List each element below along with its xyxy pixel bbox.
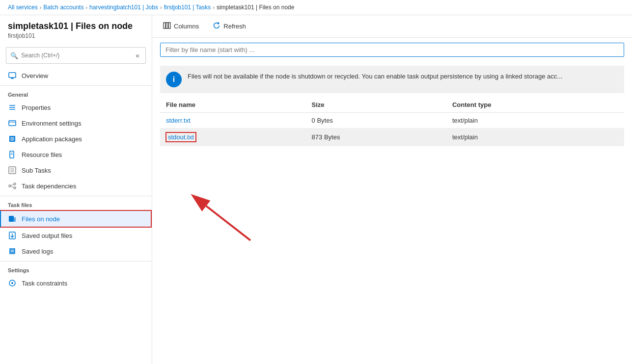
info-icon: i (166, 72, 182, 87)
files-on-node-icon (8, 214, 17, 223)
svg-point-19 (14, 187, 16, 189)
breadcrumb: All services › Batch accounts › harvesti… (0, 0, 632, 15)
sidebar-item-application-packages-label: Application packages (22, 135, 82, 143)
task-dependencies-icon (8, 182, 17, 190)
svg-rect-26 (9, 248, 15, 254)
files-table: File name Size Content type stderr.txt0 … (160, 97, 624, 146)
svg-rect-33 (168, 23, 170, 28)
general-section-label: General (0, 85, 152, 100)
page-subtitle: firstjob101 (8, 32, 144, 39)
svg-rect-22 (9, 216, 14, 222)
filter-input[interactable] (160, 43, 624, 57)
cell-size: 0 Bytes (306, 113, 446, 129)
sidebar-item-saved-logs-label: Saved logs (22, 248, 53, 255)
sidebar-item-environment-settings-label: Environment settings (22, 120, 81, 127)
sidebar-item-saved-logs[interactable]: Saved logs (0, 243, 152, 259)
breadcrumb-batch-accounts[interactable]: Batch accounts (43, 4, 83, 11)
sidebar-item-files-on-node[interactable]: Files on node (0, 210, 152, 228)
sidebar-item-task-dependencies[interactable]: Task dependencies (0, 178, 152, 194)
sidebar-item-properties-label: Properties (22, 104, 51, 111)
sidebar-item-resource-files-label: Resource files (22, 151, 62, 158)
breadcrumb-all-services[interactable]: All services (8, 4, 38, 11)
cell-content-type: text/plain (446, 129, 624, 146)
svg-rect-23 (14, 217, 16, 222)
cell-filename[interactable]: stdout.txt (160, 129, 306, 146)
sidebar-item-sub-tasks-label: Sub Tasks (22, 167, 51, 174)
sidebar-item-task-dependencies-label: Task dependencies (22, 182, 76, 190)
sidebar-item-task-constraints-label: Task constraints (22, 280, 67, 287)
col-content-type: Content type (446, 97, 624, 113)
sidebar-item-overview[interactable]: Overview (0, 68, 152, 83)
cell-filename[interactable]: stderr.txt (160, 113, 306, 129)
files-table-container: File name Size Content type stderr.txt0 … (152, 97, 632, 364)
col-filename: File name (160, 97, 306, 113)
toolbar: Columns Refresh (152, 15, 632, 38)
svg-rect-9 (10, 137, 14, 141)
properties-icon (8, 103, 17, 112)
sidebar: simpletask101 | Files on node firstjob10… (0, 15, 152, 364)
svg-line-20 (11, 184, 14, 185)
info-banner: i Files will not be available if the nod… (160, 66, 624, 93)
refresh-button[interactable]: Refresh (210, 20, 249, 33)
svg-rect-31 (164, 23, 165, 28)
search-icon: 🔍 (10, 52, 18, 59)
page-title: simpletask101 | Files on node (8, 21, 144, 31)
resource-files-icon (8, 150, 17, 159)
sidebar-item-task-constraints[interactable]: Task constraints (0, 275, 152, 291)
columns-icon (163, 22, 171, 31)
settings-section-label: Settings (0, 261, 152, 275)
svg-point-30 (11, 282, 13, 284)
breadcrumb-sep-2: › (85, 4, 87, 10)
svg-rect-4 (9, 107, 15, 108)
filter-bar (152, 38, 632, 62)
cell-size: 873 Bytes (306, 129, 446, 146)
saved-output-files-icon (8, 231, 17, 240)
refresh-icon (213, 22, 220, 31)
saved-logs-icon (8, 247, 17, 256)
sidebar-item-sub-tasks[interactable]: Sub Tasks (0, 162, 152, 178)
filename-link[interactable]: stderr.txt (166, 117, 191, 124)
search-input[interactable] (21, 52, 131, 59)
breadcrumb-current: simpletask101 | Files on node (217, 4, 295, 11)
columns-label: Columns (174, 23, 199, 30)
sidebar-item-application-packages[interactable]: Application packages (0, 131, 152, 147)
cell-content-type: text/plain (446, 113, 624, 129)
breadcrumb-job-tasks[interactable]: firstjob101 | Tasks (164, 4, 211, 11)
filename-link[interactable]: stdout.txt (166, 133, 196, 141)
svg-point-17 (9, 185, 11, 187)
svg-point-18 (14, 183, 16, 185)
highlighted-filename: stdout.txt (166, 132, 196, 142)
info-text: Files will not be available if the node … (188, 72, 562, 81)
sidebar-item-properties[interactable]: Properties (0, 100, 152, 115)
sidebar-item-saved-output-files-label: Saved output files (22, 232, 72, 239)
environment-icon (8, 119, 17, 128)
breadcrumb-sep-4: › (213, 4, 215, 10)
breadcrumb-batch-jobs[interactable]: harvestingbatch101 | Jobs (89, 4, 158, 11)
task-files-section-label: Task files (0, 196, 152, 210)
svg-line-21 (11, 186, 14, 187)
page-header: simpletask101 | Files on node firstjob10… (0, 15, 152, 43)
breadcrumb-sep-3: › (160, 4, 162, 10)
task-constraints-icon (8, 279, 17, 287)
sidebar-item-saved-output-files[interactable]: Saved output files (0, 228, 152, 243)
col-size: Size (306, 97, 446, 113)
breadcrumb-sep-1: › (40, 4, 42, 10)
columns-button[interactable]: Columns (160, 20, 202, 33)
search-bar: 🔍 « (6, 47, 146, 64)
svg-rect-6 (9, 121, 16, 126)
svg-rect-32 (166, 23, 168, 28)
sidebar-item-resource-files[interactable]: Resource files (0, 147, 152, 162)
sidebar-item-overview-label: Overview (22, 72, 48, 79)
collapse-button[interactable]: « (134, 50, 141, 61)
svg-rect-3 (9, 105, 15, 106)
svg-rect-0 (9, 73, 16, 78)
sub-tasks-icon (8, 166, 17, 175)
sidebar-item-files-on-node-label: Files on node (22, 215, 60, 223)
refresh-label: Refresh (223, 23, 246, 30)
content-area: Columns Refresh i Files will not be av (152, 15, 632, 364)
monitor-icon (8, 71, 17, 80)
application-packages-icon (8, 134, 17, 143)
table-row: stdout.txt873 Bytestext/plain (160, 129, 624, 146)
sidebar-item-environment-settings[interactable]: Environment settings (0, 115, 152, 131)
svg-rect-5 (9, 109, 15, 110)
